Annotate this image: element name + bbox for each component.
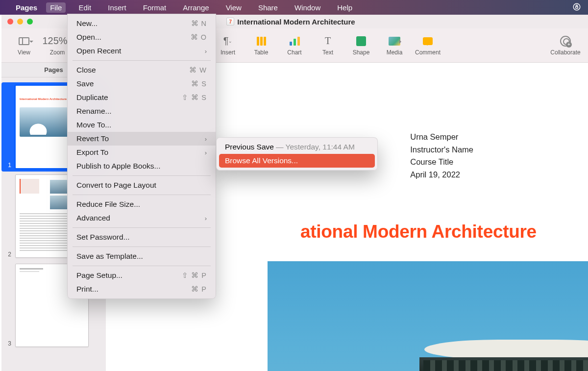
menu-separator [73,247,211,247]
file-menu-duplicate[interactable]: Duplicate⇧ ⌘ S [68,91,216,104]
file-menu-open-recent[interactable]: Open Recent› [68,44,216,58]
file-menu-new[interactable]: New...⌘ N [68,17,216,30]
document-date: April 19, 2022 [410,169,473,181]
chevron-right-icon: › [205,215,207,222]
file-menu-publish-to-apple-books[interactable]: Publish to Apple Books... [68,159,216,173]
file-menu-page-setup[interactable]: Page Setup...⇧ ⌘ P [68,269,216,282]
file-menu-save-as-template[interactable]: Save as Template... [68,249,216,263]
document-title: ational Modern Architecture [300,222,537,242]
shape-button[interactable]: Shape [344,35,378,56]
minimize-window-button[interactable] [17,19,23,25]
file-menu-advanced[interactable]: Advanced› [68,211,216,225]
file-menu-rename[interactable]: Rename... [68,104,216,118]
pilcrow-icon: ¶ ⌄ [223,35,233,47]
text-icon: T [325,35,331,47]
collaborate-icon [560,36,571,47]
menu-edit[interactable]: Edit [74,2,95,13]
file-menu-reduce-file-size[interactable]: Reduce File Size... [68,198,216,211]
collaborate-button[interactable]: Collaborate [549,35,582,56]
menu-arrange[interactable]: Arrange [179,2,213,13]
app-name[interactable]: Pages [16,3,37,12]
file-menu-open[interactable]: Open...⌘ O [68,30,216,44]
menu-help[interactable]: Help [333,2,356,13]
view-button[interactable]: View [7,35,41,56]
file-menu-revert-to[interactable]: Revert To› [68,132,216,146]
document-metadata-block: Urna Semper Instructor's Name Course Tit… [410,131,473,181]
revert-to-submenu: Previous Save — Yesterday, 11:44 AM Brow… [216,137,378,171]
instructor-name: Instructor's Name [410,144,473,156]
table-button[interactable]: Table [245,35,278,56]
media-button[interactable]: Media [378,35,411,56]
browse-all-versions-item[interactable]: Browse All Versions... [219,154,375,168]
menu-insert[interactable]: Insert [104,2,130,13]
comment-button[interactable]: Comment [411,35,444,56]
menu-separator [73,266,211,266]
media-icon [389,37,400,46]
table-icon [257,37,266,46]
window-title: International Modern Architecture [237,18,355,26]
menu-separator [73,227,211,228]
student-name: Urna Semper [410,131,473,144]
close-window-button[interactable] [7,19,13,25]
hero-image [268,261,588,371]
lock-icon[interactable] [572,2,581,13]
menu-separator [73,60,211,61]
previous-save-item[interactable]: Previous Save — Yesterday, 11:44 AM [219,140,375,154]
chart-icon [290,37,300,46]
sidebar-icon [19,37,29,45]
course-title: Course Title [410,156,473,169]
menu-window[interactable]: Window [291,2,324,13]
chevron-right-icon: › [205,48,207,55]
menu-separator [73,175,211,176]
menu-separator [73,195,211,195]
file-menu-close[interactable]: Close⌘ W [68,63,216,77]
menu-file[interactable]: File [46,2,66,13]
insert-button[interactable]: ¶ ⌄ Insert [211,35,245,56]
text-button[interactable]: T Text [311,35,344,56]
system-menubar: Pages FileEditInsertFormatArrangeViewSha… [0,0,588,15]
menu-view[interactable]: View [222,2,245,13]
file-menu-convert-to-page-layout[interactable]: Convert to Page Layout [68,178,216,192]
file-menu-save[interactable]: Save⌘ S [68,77,216,91]
shape-icon [356,36,366,46]
comment-icon [423,37,433,45]
file-menu-print[interactable]: Print...⌘ P [68,282,216,296]
chevron-right-icon: › [205,135,207,143]
zoom-window-button[interactable] [27,19,33,25]
document-icon: 7 [226,18,234,25]
menu-format[interactable]: Format [139,2,171,13]
file-menu-move-to[interactable]: Move To... [68,118,216,132]
traffic-lights [7,19,33,25]
svg-rect-1 [576,6,578,8]
chevron-right-icon: › [205,149,207,156]
chart-button[interactable]: Chart [278,35,311,56]
file-menu-dropdown: New...⌘ NOpen...⌘ OOpen Recent›Close⌘ WS… [67,14,216,299]
file-menu-export-to[interactable]: Export To› [68,146,216,159]
file-menu-set-password[interactable]: Set Password... [68,230,216,244]
menu-share[interactable]: Share [254,2,282,13]
